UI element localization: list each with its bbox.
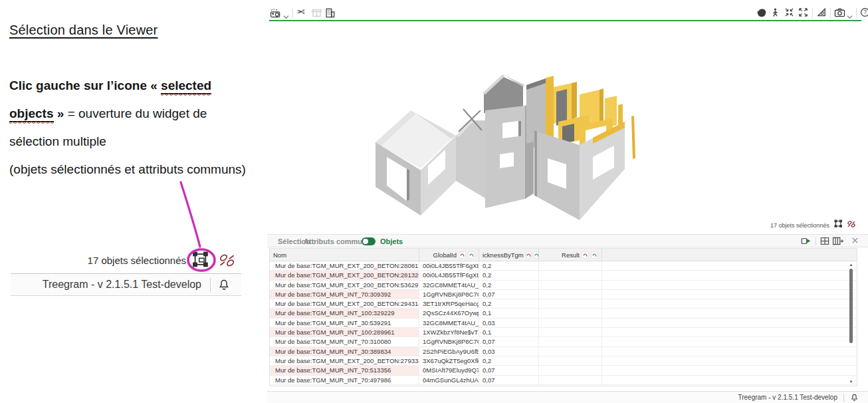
deselect-broken-link-icon-small[interactable] (847, 219, 856, 231)
cell-thickness[interactable]: 0,07 (479, 290, 539, 299)
cell-spacer[interactable] (602, 376, 857, 384)
close-panel-icon[interactable] (851, 237, 859, 245)
table-row[interactable]: Mur de base:TGM_MUR_INT_30:3898342S2hPiE… (270, 347, 857, 356)
unlink-red-icon[interactable] (459, 251, 466, 259)
cell-global-id[interactable]: 2S2hPiEGbAy9U6fb9... (419, 347, 479, 356)
zoom-fit-compress-icon[interactable] (784, 7, 794, 20)
cell-thickness[interactable]: 0,07 (479, 337, 539, 346)
cell-global-id[interactable]: 1GgRVNBKj8P8C7Gj... (419, 337, 479, 346)
cell-result[interactable] (539, 290, 602, 299)
notifications-bell-icon[interactable] (217, 278, 231, 295)
cell-spacer[interactable] (602, 366, 857, 374)
viewer-3d-canvas[interactable]: 17 objets sélectionnés (267, 21, 868, 233)
cell-spacer[interactable] (602, 319, 857, 327)
cell-name[interactable]: Mur de base:TGM_MUR_INT_70:513356 (270, 366, 419, 374)
table-row[interactable]: Mur de base:TGM_MUR_INT_30:53929132GC8MM… (270, 319, 857, 328)
cell-global-id[interactable]: 1GgRVNBKj8P8C7Gj... (419, 290, 479, 299)
cell-global-id[interactable]: 0MSIAft79Eluyd9Q7z... (419, 366, 479, 374)
table-row[interactable]: Mur de base:TGM_MUR_INT_100:2899611XWZkb… (270, 328, 857, 337)
cell-spacer[interactable] (602, 337, 857, 346)
cell-spacer[interactable] (602, 356, 857, 365)
cell-name[interactable]: Mur de base:TGM_MUR_INT_70:497986 (270, 376, 419, 384)
cell-result[interactable] (539, 347, 602, 356)
link-green-icon[interactable] (534, 251, 539, 259)
cell-global-id[interactable]: 00i0L4JB55TfF6gXtB6... (419, 271, 479, 279)
building-icon[interactable] (324, 7, 336, 21)
cell-result[interactable] (539, 281, 602, 289)
cell-thickness[interactable]: 0,1 (479, 309, 539, 317)
table-row[interactable]: Mur de base:TGM_MUR_EXT_200_BETON:536297… (270, 281, 857, 290)
cell-spacer[interactable] (602, 281, 857, 289)
cell-name[interactable]: Mur de base:TGM_MUR_INT_30:539291 (270, 319, 419, 327)
cell-result[interactable] (539, 309, 602, 317)
cell-name[interactable]: Mur de base:TGM_MUR_INT_70:310080 (270, 337, 419, 346)
cell-spacer[interactable] (602, 309, 857, 317)
cell-spacer[interactable] (602, 299, 857, 308)
deselect-broken-link-icon[interactable] (218, 253, 236, 271)
cell-thickness[interactable]: 0,07 (479, 366, 539, 374)
table-row[interactable]: Mur de base:TGM_MUR_EXT_200_BETON:294314… (270, 299, 857, 309)
scroll-down-arrow[interactable]: ▼ (847, 380, 855, 384)
cell-thickness[interactable]: 0,2 (479, 299, 539, 308)
cell-thickness[interactable]: 0,2 (479, 356, 539, 365)
cell-result[interactable] (539, 261, 602, 270)
cell-spacer[interactable] (602, 261, 857, 270)
cell-global-id[interactable]: 1XWZkbzYf8Ne$vT8... (419, 328, 479, 336)
cell-spacer[interactable] (602, 347, 857, 356)
cell-global-id[interactable]: 04mGSunGL4zhUAG... (419, 376, 479, 384)
scroll-up-arrow[interactable]: ▲ (847, 263, 855, 267)
tab-attributs-communs[interactable]: Attributs communs (304, 237, 371, 245)
render-mode-sphere-icon[interactable] (756, 7, 767, 21)
selected-objects-icon-small[interactable] (834, 219, 843, 231)
unlink-red-icon[interactable] (526, 251, 532, 259)
cell-global-id[interactable]: 00i0L4JB55TfF6gXtB6... (419, 261, 479, 270)
export-selection-icon[interactable] (801, 237, 811, 247)
table-row[interactable]: Mur de base:TGM_MUR_EXT_200_BETON:281325… (270, 271, 857, 280)
cell-global-id[interactable]: 3X67uQkZT5eg0Xfks... (419, 356, 479, 365)
unlink-red-icon[interactable] (582, 251, 589, 259)
cell-global-id[interactable]: 32GC8MMET4tAU_X... (419, 319, 479, 327)
cell-global-id[interactable]: 32GC8MMET4tAU_X... (419, 281, 479, 289)
cell-name[interactable]: Mur de base:TGM_MUR_EXT_200_BETON:280817 (270, 261, 419, 270)
cell-spacer[interactable] (602, 290, 857, 299)
cell-thickness[interactable]: 0,07 (479, 376, 539, 384)
panel-view-toggle[interactable] (362, 237, 376, 245)
cell-name[interactable]: Mur de base:TGM_MUR_EXT_200_BETON:536297 (270, 281, 419, 289)
cell-spacer[interactable] (602, 271, 857, 279)
cell-thickness[interactable]: 0,2 (479, 281, 539, 289)
table-scrollbar[interactable]: ▲ ▼ (847, 263, 855, 384)
cell-thickness[interactable]: 0,2 (479, 261, 539, 270)
cell-name[interactable]: Mur de base:TGM_MUR_INT_30:389834 (270, 347, 419, 356)
notifications-bell-icon[interactable] (850, 393, 859, 403)
table-row[interactable]: Mur de base:TGM_MUR_EXT_200_BETON:279338… (270, 356, 857, 366)
link-green-icon[interactable] (468, 251, 475, 259)
cell-thickness[interactable]: 0,1 (479, 328, 539, 336)
cell-global-id[interactable]: 2QsSCz44X67OywpJI... (419, 309, 479, 317)
cell-name[interactable]: Mur de base:TGM_MUR_INT_100:289961 (270, 328, 419, 336)
cell-result[interactable] (539, 299, 602, 308)
column-header-globalid[interactable]: GlobalId (419, 249, 479, 261)
cell-result[interactable] (539, 366, 602, 374)
cell-name[interactable]: Mur de base:TGM_MUR_EXT_200_BETON:281325 (270, 271, 419, 279)
cell-result[interactable] (539, 319, 602, 327)
cell-result[interactable] (539, 356, 602, 365)
table-row[interactable]: Mur de base:TGM_MUR_INT_70:49798604mGSun… (270, 376, 857, 385)
cell-name[interactable]: Mur de base:TGM_MUR_INT_100:329229 (270, 309, 419, 317)
tab-objets[interactable]: Objets (380, 237, 403, 245)
table-row[interactable]: Mur de base:TGM_MUR_INT_70:3093921GgRVNB… (270, 290, 857, 299)
first-person-walk-icon[interactable] (770, 7, 780, 21)
cell-name[interactable]: Mur de base:TGM_MUR_EXT_200_BETON:294314 (270, 299, 419, 308)
column-header-result[interactable]: Result (539, 249, 602, 261)
cell-result[interactable] (539, 376, 602, 384)
cell-thickness[interactable]: 0,03 (479, 319, 539, 327)
help-icon[interactable]: ? (860, 7, 868, 20)
cell-result[interactable] (539, 271, 602, 279)
table-row[interactable]: Mur de base:TGM_MUR_INT_70:5133560MSIAft… (270, 366, 857, 375)
add-column-icon[interactable] (832, 237, 844, 247)
cell-result[interactable] (539, 337, 602, 346)
cell-name[interactable]: Mur de base:TGM_MUR_INT_70:309392 (270, 290, 419, 299)
cell-thickness[interactable]: 0,03 (479, 347, 539, 356)
cut-section-scissors-icon[interactable]: ✂ (296, 6, 305, 18)
scrollbar-thumb[interactable] (849, 269, 853, 343)
cell-spacer[interactable] (602, 328, 857, 336)
